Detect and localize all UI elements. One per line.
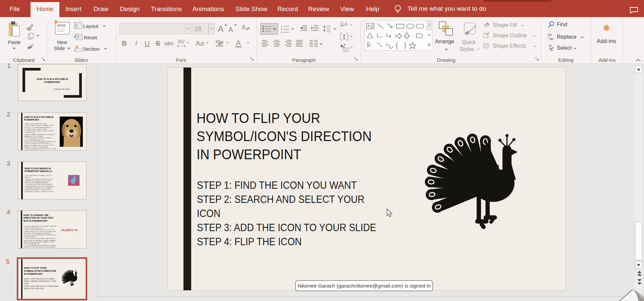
svg-text:b: b (550, 33, 552, 37)
svg-text:A: A (344, 21, 347, 27)
svg-text:2: 2 (281, 28, 282, 31)
svg-text:A: A (368, 24, 370, 28)
svg-text:ac: ac (550, 37, 554, 41)
svg-text:1: 1 (281, 25, 282, 28)
svg-text:3: 3 (281, 31, 282, 33)
